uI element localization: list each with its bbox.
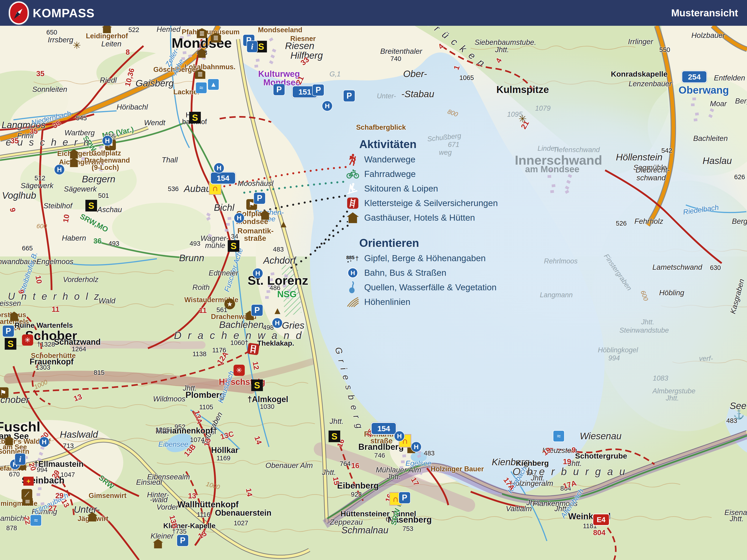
bus-stop-badge: H <box>252 268 263 279</box>
map-label: 713 <box>63 443 74 449</box>
legend-item-label: Quellen, Wasserfälle & Vegetation <box>364 283 496 292</box>
map-label: 11 <box>199 306 207 314</box>
svg-text:885: 885 <box>346 255 355 260</box>
map-label: 994 <box>37 466 48 473</box>
map-label: Voglhub <box>2 191 36 200</box>
map-label: 501 <box>98 192 109 199</box>
climbing-forbidden-icon: ✳ <box>22 335 33 346</box>
map-label: 10 <box>34 275 43 284</box>
map-label: 8 <box>126 48 130 56</box>
parking-badge: P <box>2 325 14 337</box>
map-label: Fehrholz <box>635 217 663 225</box>
map-label: 650 <box>46 29 57 36</box>
map-label: 550 <box>660 47 670 53</box>
map-label: meissen <box>0 299 21 307</box>
road-number-badge: 154 <box>371 422 396 435</box>
map-label: 1138 <box>192 351 206 357</box>
map-label: 753 <box>403 526 413 532</box>
road-number-badge: 254 <box>681 71 707 83</box>
map-label: 29 <box>55 492 63 499</box>
kompass-brand: KOMPASS <box>9 2 95 24</box>
map-label: Holzinger Bauer <box>431 465 484 473</box>
climbing-forbidden-icon: ✳ <box>234 365 245 376</box>
map-label: Bachleiten <box>693 135 728 142</box>
bus-stop-badge: H <box>272 318 283 328</box>
swim-icon: ≈ <box>30 514 42 526</box>
map-label: 1030 <box>260 403 275 410</box>
map-label: 13 <box>203 437 212 447</box>
map-label: Langmann <box>540 291 573 298</box>
map-label: 493 <box>108 240 119 247</box>
kompass-logo-icon <box>9 2 29 24</box>
map-label: Vorder- <box>156 503 181 511</box>
legend-item-label: Bahn, Bus & Straßen <box>364 268 446 278</box>
map-label: 740 <box>390 56 401 62</box>
map-label: Schafbergblick <box>356 124 406 131</box>
map-label: 1083 <box>653 375 668 382</box>
map-label: 1264 <box>72 346 86 352</box>
map-label: Thall <box>162 156 178 163</box>
e4-route-badge: E4 <box>593 514 610 526</box>
map-label: 16 <box>351 462 360 469</box>
map-label: Pfahlbaumuseum <box>182 28 239 35</box>
map-label: Berge- <box>732 217 747 225</box>
page-title: Musteransicht <box>671 7 738 19</box>
hiker-icon <box>346 153 359 166</box>
map-label: Riedl <box>100 76 117 84</box>
legend-item: Fahrradwege <box>346 167 508 181</box>
map-label: 1116 <box>197 511 210 518</box>
map-label: Golfplatz <box>92 150 121 157</box>
map-label: 36 <box>94 237 102 245</box>
map-label: Haslwald <box>60 430 98 439</box>
parking-badge: P <box>177 534 189 546</box>
map-label: 1303 <box>36 364 50 371</box>
golf-icon: ⚑ <box>0 387 8 398</box>
map-label: 1060† <box>230 340 249 346</box>
map-label: Eibenseealm <box>147 473 190 480</box>
shelter-badge: S <box>5 338 16 350</box>
bus-stop-badge: H <box>39 436 50 447</box>
parking-badge: P <box>254 192 265 204</box>
map-label: 12 <box>252 361 260 370</box>
map-label: Höbling <box>659 289 684 296</box>
legend-orientation: Orientieren 885†Gipfel, Berge & Höhenang… <box>346 237 508 309</box>
map-label: euschern <box>6 137 95 147</box>
map-label: 764 <box>340 460 351 467</box>
map-canvas[interactable]: Aktivitäten WanderwegeFahrradwegeSkitour… <box>0 26 747 560</box>
windmill-icon: ✳ <box>73 39 81 51</box>
map-label: 1105 <box>199 404 213 410</box>
map-label: Wendt <box>144 119 165 126</box>
legend-item: Klettersteige & Seilversicherungen <box>346 196 508 210</box>
map-label: Höllenstein <box>616 153 663 162</box>
ski-tour-icon <box>346 182 359 195</box>
map-label: Kulmspitze <box>496 85 549 95</box>
map-label: Sägewerk <box>64 185 97 193</box>
map-label: Lenzenbauer <box>629 80 672 87</box>
map-label: Mondsee <box>172 36 232 50</box>
map-label: (9-Loch) <box>92 164 119 171</box>
map-label: Bachlehen <box>219 320 264 329</box>
shelter-badge: S <box>189 112 201 124</box>
legend-item-label: Gasthäuser, Hotels & Hütten <box>364 213 475 223</box>
bike-icon <box>346 169 359 179</box>
map-label: †1328 <box>37 341 55 348</box>
camp-icon: ▲ <box>279 218 288 230</box>
anchor-icon: ⚓ <box>733 409 745 420</box>
map-label: Gries <box>282 321 304 330</box>
map-label: NSG <box>277 290 297 299</box>
legend-item: Quellen, Wasserfälle & Vegetation <box>346 280 508 295</box>
map-label: 952 <box>175 424 185 430</box>
map-label: Roith <box>192 284 210 291</box>
map-label: 670 <box>9 471 20 478</box>
map-label: am Mondsee <box>525 165 579 174</box>
map-label: 9 <box>572 446 576 454</box>
map-label: 815 <box>94 369 104 376</box>
house-icon <box>346 212 359 223</box>
map-label: 512 <box>34 175 45 182</box>
bus-stop-badge: H <box>411 442 421 452</box>
map-label: Jhtt. <box>330 418 343 425</box>
map-label: 1074 <box>190 436 205 443</box>
map-label: Entfelden <box>714 74 745 82</box>
spring-icon <box>346 281 359 293</box>
map-label: Mooshäusl <box>237 180 274 187</box>
